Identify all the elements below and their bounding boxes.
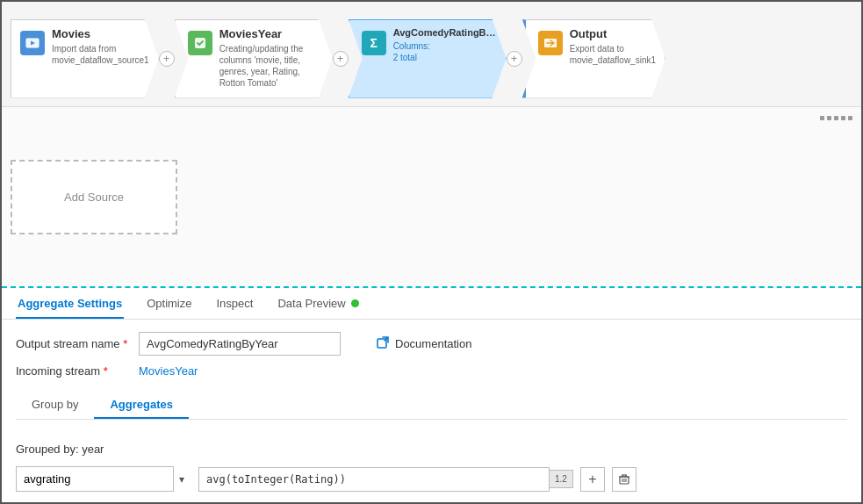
- dot-5: [848, 116, 852, 120]
- add-aggregate-button[interactable]: +: [580, 467, 605, 492]
- node-box-movies[interactable]: Movies Import data frommovie_dataflow_so…: [11, 19, 159, 98]
- expression-input[interactable]: [198, 467, 550, 492]
- output-title: Output: [570, 27, 656, 40]
- pipeline-node-movies: Movies Import data frommovie_dataflow_so…: [11, 19, 175, 98]
- output-stream-input[interactable]: [139, 332, 341, 356]
- tab-optimize-label: Optimize: [147, 297, 191, 310]
- tabs-bar: Aggregate Settings Optimize Inspect Data…: [2, 288, 861, 320]
- incoming-stream-row: Incoming stream * MoviesYear: [16, 364, 847, 378]
- output-content: Output Export data tomovie_dataflow_sink…: [570, 27, 656, 66]
- avgcomedy-subtitle: Columns:2 total: [393, 40, 497, 63]
- expression-badge[interactable]: 1.2: [550, 470, 573, 488]
- output-subtitle: Export data tomovie_dataflow_sink1: [570, 43, 656, 66]
- node-box-moviesyear[interactable]: MoviesYear Creating/updating the columns…: [175, 19, 333, 98]
- add-source-label: Add Source: [64, 191, 124, 204]
- output-icon: [538, 31, 563, 55]
- add-after-moviesyear[interactable]: +: [333, 51, 349, 67]
- data-preview-indicator: [351, 299, 359, 307]
- expression-wrapper: 1.2: [198, 467, 573, 492]
- moviesyear-title: MoviesYear: [219, 27, 323, 40]
- column-select-wrapper: avgrating: [16, 466, 191, 492]
- avgcomedy-icon: Σ: [362, 31, 386, 55]
- tab-aggregate-settings[interactable]: Aggregate Settings: [16, 288, 124, 319]
- tab-aggregate-label: Aggregate Settings: [18, 297, 122, 310]
- pipeline-area: Movies Import data frommovie_dataflow_so…: [2, 2, 861, 107]
- movies-subtitle: Import data frommovie_dataflow_source1: [52, 43, 149, 66]
- pipeline-node-output: Output Export data tomovie_dataflow_sink…: [522, 19, 665, 98]
- tab-inspect[interactable]: Inspect: [214, 288, 255, 319]
- column-select[interactable]: avgrating: [16, 466, 174, 492]
- tab-inspect-label: Inspect: [216, 297, 253, 310]
- aggregate-row: avgrating 1.2 +: [16, 466, 847, 492]
- documentation-label: Documentation: [395, 337, 471, 350]
- movies-icon: [20, 31, 45, 55]
- add-after-avgcomedy[interactable]: +: [507, 51, 522, 67]
- delete-aggregate-button[interactable]: [612, 467, 636, 492]
- moviesyear-subtitle: Creating/updating the columns 'movie, ti…: [219, 43, 323, 89]
- external-link-icon: [376, 335, 390, 353]
- settings-body: Output stream name * Documentation: [2, 320, 861, 432]
- movies-content: Movies Import data frommovie_dataflow_so…: [52, 27, 149, 66]
- canvas-area: Add Source: [2, 107, 861, 288]
- avgcomedy-content: AvgComedyRatingByYear Columns:2 total: [393, 27, 497, 63]
- incoming-stream-link[interactable]: MoviesYear: [139, 364, 198, 378]
- required-star-1: *: [123, 337, 127, 350]
- aggregates-body: Grouped by: year avgrating 1.2 +: [2, 432, 861, 502]
- main-container: Movies Import data frommovie_dataflow_so…: [0, 0, 863, 504]
- movies-title: Movies: [52, 27, 149, 40]
- dot-1: [820, 116, 824, 120]
- add-after-movies[interactable]: +: [159, 51, 175, 67]
- output-stream-label: Output stream name *: [16, 337, 130, 350]
- node-box-avgcomedy[interactable]: Σ AvgComedyRatingByYear Columns:2 total: [349, 19, 507, 98]
- incoming-stream-label: Incoming stream *: [16, 364, 130, 378]
- tab-data-preview[interactable]: Data Preview: [276, 288, 360, 319]
- dot-2: [827, 116, 831, 120]
- corner-dots: [820, 116, 852, 120]
- node-box-output[interactable]: Output Export data tomovie_dataflow_sink…: [522, 19, 665, 98]
- dot-3: [834, 116, 838, 120]
- trash-icon: [618, 473, 630, 486]
- grouped-by-label: Grouped by: year: [16, 443, 847, 456]
- sub-tab-aggregates[interactable]: Aggregates: [94, 392, 189, 419]
- tab-data-preview-label: Data Preview: [277, 297, 345, 310]
- avgcomedy-title: AvgComedyRatingByYear: [393, 27, 497, 38]
- pipeline-node-avgcomedy: Σ AvgComedyRatingByYear Columns:2 total …: [349, 19, 522, 98]
- tab-optimize[interactable]: Optimize: [145, 288, 193, 319]
- settings-panel: Aggregate Settings Optimize Inspect Data…: [2, 288, 861, 502]
- required-star-2: *: [104, 364, 108, 378]
- sub-tabs: Group by Aggregates: [16, 392, 847, 420]
- moviesyear-content: MoviesYear Creating/updating the columns…: [219, 27, 323, 89]
- add-source-box[interactable]: Add Source: [11, 160, 177, 234]
- moviesyear-icon: [188, 31, 212, 55]
- documentation-link[interactable]: Documentation: [376, 335, 471, 353]
- pipeline-node-moviesyear: MoviesYear Creating/updating the columns…: [175, 19, 349, 98]
- plus-icon: +: [588, 472, 596, 487]
- dot-4: [841, 116, 845, 120]
- pipeline-nodes: Movies Import data frommovie_dataflow_so…: [11, 19, 665, 98]
- output-stream-row: Output stream name * Documentation: [16, 332, 847, 356]
- sub-tab-groupby[interactable]: Group by: [16, 392, 94, 419]
